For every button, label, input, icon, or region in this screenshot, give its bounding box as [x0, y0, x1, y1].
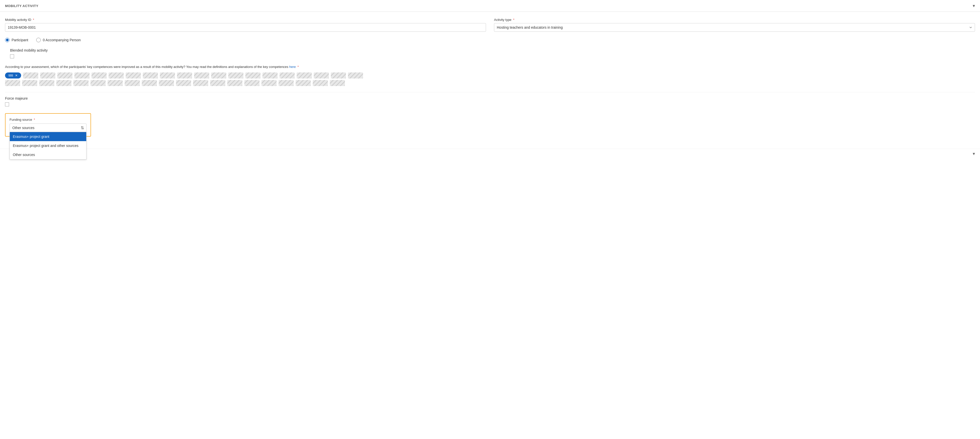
- form-body: Mobility activity ID * Activity type * H…: [0, 12, 980, 149]
- placeholder-14: [245, 72, 261, 78]
- radio-accompanying-input[interactable]: [36, 38, 41, 42]
- placeholder-1: [23, 72, 38, 78]
- activity-type-select-wrapper: Hosting teachers and educators in traini…: [494, 23, 975, 32]
- placeholder-26: [91, 80, 106, 86]
- placeholder-8: [143, 72, 158, 78]
- mobility-id-label: Mobility activity ID *: [5, 18, 486, 22]
- mobility-id-group: Mobility activity ID *: [5, 18, 486, 32]
- mobility-id-input[interactable]: [5, 23, 486, 32]
- blended-label: Blended mobility activity: [10, 48, 48, 52]
- dropdown-item-erasmus[interactable]: Erasmus+ project grant: [10, 132, 86, 141]
- placeholder-39: [313, 80, 328, 86]
- bottom-bar: ▾: [0, 149, 980, 158]
- placeholder-19: [331, 72, 346, 78]
- required-star-funding: *: [34, 118, 35, 121]
- force-majeure-label: Force majeure: [5, 96, 975, 101]
- placeholder-22: [22, 80, 37, 86]
- placeholder-27: [108, 80, 123, 86]
- blended-checkbox[interactable]: [10, 54, 14, 58]
- placeholder-37: [278, 80, 294, 86]
- placeholder-33: [210, 80, 225, 86]
- section-title: MOBILITY ACTIVITY: [5, 4, 38, 8]
- funding-source-section: Funding source * Erasmus+ project grant …: [5, 113, 91, 137]
- placeholder-13: [228, 72, 243, 78]
- radio-participant-input[interactable]: [5, 38, 10, 42]
- placeholder-6: [108, 72, 124, 78]
- force-majeure-section: Force majeure: [5, 96, 975, 107]
- placeholder-5: [92, 72, 107, 78]
- funding-dropdown-menu: Erasmus+ project grant Erasmus+ project …: [10, 132, 86, 160]
- radio-accompanying[interactable]: 0 Accompanying Person: [36, 38, 81, 42]
- bottom-chevron-icon[interactable]: ▾: [973, 151, 975, 156]
- placeholder-11: [194, 72, 209, 78]
- required-star-id: *: [33, 18, 34, 22]
- placeholder-25: [73, 80, 89, 86]
- placeholder-34: [227, 80, 242, 86]
- placeholder-10: [177, 72, 192, 78]
- placeholder-24: [56, 80, 72, 86]
- competences-scroll-row: tititi ✕: [5, 72, 975, 78]
- funding-select[interactable]: Erasmus+ project grant Erasmus+ project …: [10, 123, 86, 132]
- placeholder-17: [297, 72, 312, 78]
- placeholder-31: [176, 80, 191, 86]
- placeholder-40: [330, 80, 345, 86]
- accompanying-label: 0 Accompanying Person: [43, 38, 81, 42]
- placeholder-28: [125, 80, 140, 86]
- required-star-type: *: [513, 18, 514, 22]
- placeholder-21: [5, 80, 20, 86]
- key-competences-section: According to your assessment, which of t…: [5, 64, 975, 86]
- page-container: MOBILITY ACTIVITY ▾ Mobility activity ID…: [0, 0, 980, 439]
- collapse-icon[interactable]: ▾: [973, 3, 975, 8]
- placeholder-12: [211, 72, 226, 78]
- activity-type-group: Activity type * Hosting teachers and edu…: [494, 18, 975, 32]
- key-competences-text: According to your assessment, which of t…: [5, 64, 975, 69]
- placeholder-3: [57, 72, 72, 78]
- placeholder-7: [126, 72, 141, 78]
- placeholder-15: [262, 72, 278, 78]
- placeholder-4: [75, 72, 89, 78]
- section-header: MOBILITY ACTIVITY ▾: [0, 0, 980, 12]
- dropdown-item-other-sources[interactable]: Other sources: [10, 150, 86, 159]
- competences-scroll-row-2: [5, 80, 975, 86]
- placeholder-20: [348, 72, 363, 78]
- activity-type-label: Activity type *: [494, 18, 975, 22]
- dropdown-item-erasmus-other[interactable]: Erasmus+ project grant and other sources: [10, 141, 86, 150]
- funding-select-wrapper: Erasmus+ project grant Erasmus+ project …: [10, 123, 86, 132]
- participant-label: Participant: [11, 38, 28, 42]
- placeholder-32: [193, 80, 208, 86]
- funding-source-label: Funding source *: [10, 118, 86, 121]
- placeholder-9: [160, 72, 175, 78]
- competence-tag-blue[interactable]: tititi ✕: [5, 72, 21, 78]
- radio-group-participant: Participant 0 Accompanying Person: [5, 38, 975, 42]
- placeholder-23: [39, 80, 54, 86]
- placeholder-29: [142, 80, 157, 86]
- placeholder-35: [244, 80, 259, 86]
- placeholder-16: [280, 72, 295, 78]
- form-row-ids: Mobility activity ID * Activity type * H…: [5, 18, 975, 32]
- remove-tag-btn[interactable]: ✕: [15, 74, 18, 77]
- blended-mobility-section: Blended mobility activity: [5, 48, 975, 58]
- placeholder-30: [159, 80, 174, 86]
- radio-participant[interactable]: Participant: [5, 38, 28, 42]
- placeholder-36: [261, 80, 277, 86]
- placeholder-38: [296, 80, 311, 86]
- required-star-competences: *: [298, 65, 299, 69]
- force-majeure-checkbox[interactable]: [5, 102, 9, 106]
- here-link[interactable]: here: [289, 65, 296, 69]
- activity-type-select[interactable]: Hosting teachers and educators in traini…: [494, 23, 975, 32]
- placeholder-18: [314, 72, 329, 78]
- placeholder-2: [40, 72, 55, 78]
